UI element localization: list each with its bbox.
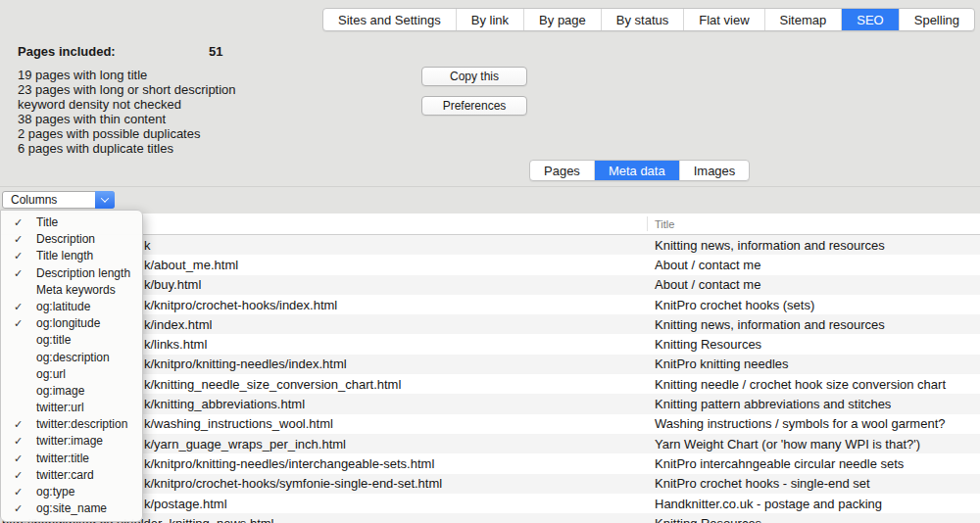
title-cell[interactable]: Handknitter.co.uk - postage and packing <box>647 497 980 511</box>
table-row[interactable]: k/postage.html Handknitter.co.uk - posta… <box>0 494 980 513</box>
seo-summary-line: keyword density not checked <box>18 97 236 112</box>
title-cell[interactable]: Knitting Resources <box>647 516 980 523</box>
table-row[interactable]: k Knitting news, information and resourc… <box>0 235 980 255</box>
copy-this-button[interactable]: Copy this <box>421 67 527 86</box>
column-menu-item[interactable]: ✓Description length <box>1 265 142 282</box>
title-cell[interactable]: KnitPro crochet hooks (sets) <box>647 298 980 312</box>
checkmark-icon: ✓ <box>14 484 23 500</box>
title-cell[interactable]: KnitPro crochet hooks - single-end set <box>647 476 980 491</box>
pane-divider <box>0 186 980 187</box>
column-divider[interactable] <box>647 216 648 231</box>
column-menu-item[interactable]: ✓twitter:card <box>1 467 142 484</box>
column-menu-item-label: Meta keywords <box>36 283 116 297</box>
column-menu-item[interactable]: ✓Meta keywords <box>1 282 142 299</box>
column-menu-item[interactable]: ✓og:site_name <box>1 500 142 517</box>
view-tab[interactable]: By status <box>602 9 684 30</box>
table-row[interactable]: k/knitpro/knitting-needles/interchangeab… <box>0 453 980 473</box>
table-row[interactable]: k/buy.html About / contact me <box>0 275 980 295</box>
checkmark-icon: ✓ <box>14 451 23 467</box>
checkmark-icon: ✓ <box>14 467 23 484</box>
view-tab[interactable]: Sitemap <box>765 9 843 30</box>
data-mode-tab[interactable]: Pages <box>530 161 595 180</box>
column-menu-item[interactable]: ✓og:type <box>1 484 142 500</box>
column-menu-item-label: og:url <box>36 367 66 381</box>
view-tab[interactable]: Spelling <box>900 9 974 30</box>
pages-included-count: 51 <box>209 44 222 59</box>
columns-popup-button[interactable]: Columns <box>2 191 115 209</box>
pages-included-label: Pages included: <box>18 44 116 59</box>
column-menu-item[interactable]: ✓og:title <box>1 332 142 349</box>
title-column-header[interactable]: Title <box>655 218 674 230</box>
title-cell[interactable]: KnitPro intercahngeable circular needle … <box>647 456 980 471</box>
column-menu-item[interactable]: ✓og:longitude <box>1 315 142 332</box>
column-menu-item[interactable]: ✓og:url <box>1 366 142 383</box>
chevron-down-icon <box>95 191 115 209</box>
table-row[interactable]: k/knitpro/knitting-needles/index.html Kn… <box>0 355 980 374</box>
column-menu-item[interactable]: ✓twitter:image <box>1 433 142 450</box>
column-menu-item[interactable]: ✓twitter:description <box>1 416 142 433</box>
view-tab[interactable]: Sites and Settings <box>323 9 457 30</box>
title-cell[interactable]: Knitting news, information and resources <box>647 238 980 253</box>
title-cell[interactable]: KnitPro knitting needles <box>647 357 980 371</box>
title-cell[interactable]: Knitting pattern abbreviations and stitc… <box>647 397 980 411</box>
table-row[interactable]: http://handknitter.co.uk/older_knitting_… <box>0 513 980 523</box>
seo-summary-line: 38 pages with thin content <box>18 112 236 126</box>
column-menu-item[interactable]: ✓twitter:title <box>1 451 142 467</box>
title-cell[interactable]: Knitting news, information and resources <box>647 317 980 332</box>
checkmark-icon: ✓ <box>14 299 23 315</box>
preferences-button[interactable]: Preferences <box>421 96 527 116</box>
title-cell[interactable]: About / contact me <box>647 277 980 292</box>
columns-dropdown-menu: ✓Title ✓Description ✓Title length ✓Descr… <box>0 210 143 522</box>
checkmark-icon: ✓ <box>14 248 23 264</box>
title-cell[interactable]: Knitting needle / crochet hook size conv… <box>647 377 980 392</box>
view-tab[interactable]: SEO <box>842 9 899 30</box>
column-menu-item[interactable]: ✓og:description <box>1 350 142 366</box>
column-menu-item-label: og:longitude <box>36 316 100 330</box>
column-menu-item-label: Description <box>36 232 95 246</box>
table-header: Title <box>0 214 980 235</box>
data-mode-tab[interactable]: Meta data <box>595 161 680 180</box>
column-menu-item[interactable]: ✓og:latitude <box>1 299 142 315</box>
column-menu-item[interactable]: ✓Description <box>1 231 142 248</box>
table-row[interactable]: k/knitting_abbreviations.html Knitting p… <box>0 394 980 413</box>
title-cell[interactable]: Knitting Resources <box>647 337 980 352</box>
column-menu-item[interactable]: ✓Title <box>1 214 142 231</box>
seo-summary-line: 6 pages with duplicate titles <box>18 141 236 156</box>
column-menu-item-label: og:image <box>36 384 84 398</box>
table-row[interactable]: k/yarn_guage_wraps_per_inch.html Yarn We… <box>0 434 980 453</box>
seo-summary-line: 2 pages with possible duplicates <box>18 126 236 141</box>
checkmark-icon: ✓ <box>14 214 23 231</box>
table-row[interactable]: k/knitpro/crochet-hooks/index.html KnitP… <box>0 295 980 314</box>
table-row[interactable]: k/links.html Knitting Resources <box>0 334 980 354</box>
view-tab[interactable]: By link <box>457 9 524 30</box>
checkmark-icon: ✓ <box>14 315 23 332</box>
title-cell[interactable]: About / contact me <box>647 258 980 272</box>
column-menu-item[interactable]: ✓twitter:url <box>1 400 142 416</box>
view-tab[interactable]: Flat view <box>684 9 764 30</box>
title-cell[interactable]: Washing instructions / symbols for a woo… <box>647 416 980 431</box>
column-menu-item-label: og:type <box>36 485 74 499</box>
column-menu-item-label: Title <box>36 215 58 229</box>
title-cell[interactable]: Yarn Weight Chart (or 'how many WPI is t… <box>647 437 980 452</box>
columns-popup-label: Columns <box>11 193 57 207</box>
view-tab[interactable]: By page <box>524 9 602 30</box>
table-row[interactable]: k/knitting_needle_size_conversion_chart.… <box>0 374 980 394</box>
column-menu-item-label: twitter:image <box>36 434 103 448</box>
view-tab-bar: Sites and Settings By link By page By st… <box>322 8 975 31</box>
column-menu-item-label: og:description <box>36 351 110 364</box>
checkmark-icon: ✓ <box>14 433 23 450</box>
meta-data-table: Title k Knitting news, information and r… <box>0 214 980 523</box>
column-menu-item[interactable]: ✓Title length <box>1 248 142 264</box>
table-row[interactable]: k/index.html Knitting news, information … <box>0 314 980 334</box>
checkmark-icon: ✓ <box>14 500 23 517</box>
checkmark-icon: ✓ <box>14 265 23 282</box>
table-row[interactable]: k/washing_instructions_wool.html Washing… <box>0 414 980 434</box>
table-row[interactable]: k/about_me.html About / contact me <box>0 255 980 274</box>
data-mode-tab[interactable]: Images <box>680 161 750 180</box>
seo-summary-line: 19 pages with long title <box>18 68 236 82</box>
column-menu-item-label: twitter:description <box>36 417 127 431</box>
column-menu-item[interactable]: ✓og:image <box>1 383 142 400</box>
seo-summary-list: 19 pages with long title 23 pages with l… <box>18 68 236 156</box>
column-menu-item-label: Description length <box>36 266 130 280</box>
table-row[interactable]: k/knitpro/crochet-hooks/symfonie-single-… <box>0 474 980 494</box>
